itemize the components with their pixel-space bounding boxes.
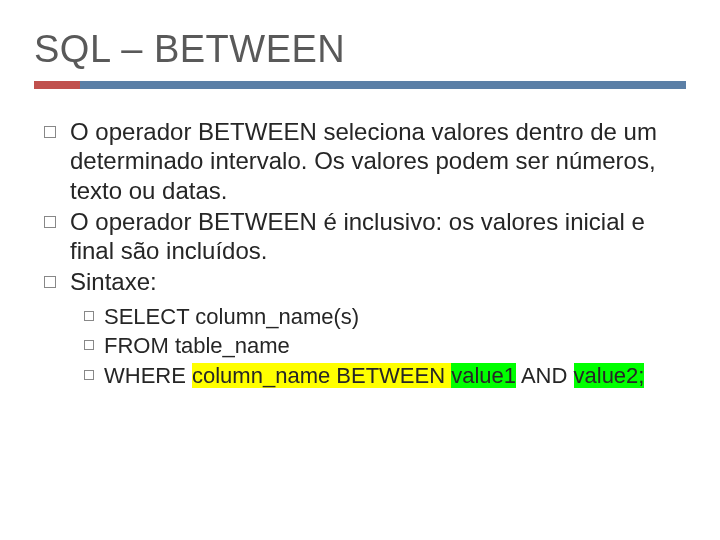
slide-body: O operador BETWEEN seleciona valores den… xyxy=(34,117,686,390)
square-bullet-icon xyxy=(44,276,56,288)
syntax-value1: value1 xyxy=(451,363,516,388)
accent-bar xyxy=(34,81,686,89)
square-bullet-icon xyxy=(44,126,56,138)
syntax-and-keyword: AND xyxy=(516,363,573,388)
syntax-column-name: column_name xyxy=(192,363,330,388)
square-bullet-icon xyxy=(44,216,56,228)
accent-bar-right xyxy=(80,81,686,89)
syntax-text: SELECT column_name(s) xyxy=(104,303,686,332)
bullet-item: Sintaxe: xyxy=(44,267,686,296)
slide-title: SQL – BETWEEN xyxy=(34,28,686,71)
syntax-where-pre: WHERE xyxy=(104,363,192,388)
bullet-text: Sintaxe: xyxy=(70,267,686,296)
syntax-text: FROM table_name xyxy=(104,332,686,361)
square-bullet-icon xyxy=(84,340,94,350)
syntax-line: SELECT column_name(s) xyxy=(84,303,686,332)
accent-bar-left xyxy=(34,81,80,89)
syntax-text: WHERE column_name BETWEEN value1 AND val… xyxy=(104,362,686,391)
square-bullet-icon xyxy=(84,311,94,321)
bullet-item: O operador BETWEEN é inclusivo: os valor… xyxy=(44,207,686,266)
square-bullet-icon xyxy=(84,370,94,380)
syntax-value2: value2; xyxy=(574,363,645,388)
bullet-text: O operador BETWEEN é inclusivo: os valor… xyxy=(70,207,686,266)
syntax-line: FROM table_name xyxy=(84,332,686,361)
syntax-list: SELECT column_name(s) FROM table_name WH… xyxy=(44,303,686,391)
bullet-item: O operador BETWEEN seleciona valores den… xyxy=(44,117,686,205)
syntax-between-keyword: BETWEEN xyxy=(330,363,451,388)
syntax-line: WHERE column_name BETWEEN value1 AND val… xyxy=(84,362,686,391)
slide: SQL – BETWEEN O operador BETWEEN selecio… xyxy=(0,0,720,540)
bullet-text: O operador BETWEEN seleciona valores den… xyxy=(70,117,686,205)
